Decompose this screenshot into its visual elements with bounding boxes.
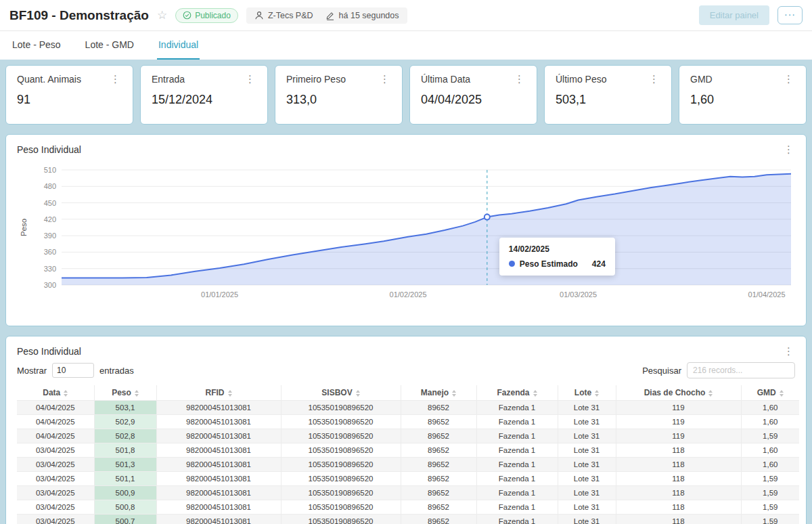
kpi-card: Quant. Animais⋮91 xyxy=(5,65,133,125)
tooltip-series-label: Peso Estimado xyxy=(520,259,578,269)
kpi-title: Primeiro Peso xyxy=(286,74,346,85)
table-cell: Lote 31 xyxy=(558,443,616,458)
table-cell: Lote 31 xyxy=(558,486,616,500)
svg-text:510: 510 xyxy=(44,166,56,174)
peso-cell: 501,8 xyxy=(94,443,156,458)
weights-table: DataPesoRFIDSISBOVManejoFazendaLoteDias … xyxy=(17,385,799,524)
table-row: 03/04/2025500,89820004510130811053501908… xyxy=(17,500,799,515)
sort-icon xyxy=(135,390,139,397)
peso-cell: 500,7 xyxy=(94,515,156,524)
table-cell: 1,60 xyxy=(741,458,799,472)
kpi-kebab-menu-icon[interactable]: ⋮ xyxy=(513,74,526,84)
show-entries-label: Mostrar xyxy=(17,366,47,376)
table-cell: 03/04/2025 xyxy=(17,472,94,486)
peso-cell: 502,8 xyxy=(94,429,156,443)
kpi-kebab-menu-icon[interactable]: ⋮ xyxy=(378,74,391,84)
more-actions-button[interactable]: ··· xyxy=(777,6,803,24)
table-cell: 982000451013081 xyxy=(156,458,281,472)
table-cell: 105350190896520 xyxy=(281,515,401,524)
edit-panel-button[interactable]: Editar painel xyxy=(699,5,769,25)
table-cell: 89652 xyxy=(401,415,476,429)
weight-area-chart[interactable]: 300330360390420450480510Peso01/01/202501… xyxy=(17,163,795,305)
table-cell: 105350190896520 xyxy=(281,500,401,515)
table-cell: Lote 31 xyxy=(558,500,616,515)
table-cell: 1,59 xyxy=(741,486,799,500)
table-cell: Lote 31 xyxy=(558,415,616,429)
table-cell: 89652 xyxy=(401,401,476,415)
column-header-fazenda[interactable]: Fazenda xyxy=(476,385,558,401)
table-cell: Fazenda 1 xyxy=(476,429,558,443)
table-cell: 89652 xyxy=(401,458,476,472)
tab-individual[interactable]: Individual xyxy=(157,31,200,60)
column-header-peso[interactable]: Peso xyxy=(94,385,156,401)
tab-lote-gmd[interactable]: Lote - GMD xyxy=(84,31,135,60)
kpi-card: GMD⋮1,60 xyxy=(679,65,807,125)
table-cell: 03/04/2025 xyxy=(17,486,94,500)
kpi-title: Quant. Animais xyxy=(17,74,81,85)
table-cell: 1,60 xyxy=(741,415,799,429)
svg-text:01/02/2025: 01/02/2025 xyxy=(390,290,427,299)
chart-kebab-menu-icon[interactable]: ⋮ xyxy=(782,144,795,154)
table-cell: Lote 31 xyxy=(558,458,616,472)
kpi-kebab-menu-icon[interactable]: ⋮ xyxy=(782,74,795,84)
column-header-sisbov[interactable]: SISBOV xyxy=(281,385,401,401)
table-cell: 1,59 xyxy=(741,472,799,486)
peso-cell: 502,9 xyxy=(94,415,156,429)
tab-lote-peso[interactable]: Lote - Peso xyxy=(11,31,62,60)
column-header-data[interactable]: Data xyxy=(17,385,94,401)
svg-text:01/04/2025: 01/04/2025 xyxy=(748,290,786,299)
kpi-row: Quant. Animais⋮91Entrada⋮15/12/2024Prime… xyxy=(5,65,807,125)
table-cell: 1,59 xyxy=(741,515,799,524)
last-edited-item[interactable]: há 15 segundos xyxy=(325,11,399,20)
kpi-card: Primeiro Peso⋮313,0 xyxy=(275,65,403,125)
table-cell: 119 xyxy=(616,429,741,443)
chart-panel-head: Peso Individual ⋮ xyxy=(17,144,795,155)
svg-text:Peso: Peso xyxy=(20,219,28,236)
table-cell: Lote 31 xyxy=(558,401,616,415)
table-cell: 119 xyxy=(616,415,741,429)
column-header-manejo[interactable]: Manejo xyxy=(401,385,476,401)
last-edited-label: há 15 segundos xyxy=(339,11,399,20)
column-header-lote[interactable]: Lote xyxy=(558,385,616,401)
table-cell: 982000451013081 xyxy=(156,401,281,415)
table-row: 04/04/2025502,89820004510130811053501908… xyxy=(17,429,799,443)
search-input[interactable] xyxy=(687,362,795,378)
table-cell: 982000451013081 xyxy=(156,415,281,429)
table-cell: Fazenda 1 xyxy=(476,500,558,515)
svg-text:480: 480 xyxy=(44,182,56,190)
sort-icon xyxy=(780,390,784,397)
svg-text:01/01/2025: 01/01/2025 xyxy=(201,290,238,299)
kpi-value: 04/04/2025 xyxy=(421,93,526,107)
svg-text:01/03/2025: 01/03/2025 xyxy=(560,290,597,299)
entries-count-input[interactable] xyxy=(52,363,94,378)
table-cell: 1,59 xyxy=(741,429,799,443)
table-cell: 118 xyxy=(616,500,741,515)
kpi-value: 15/12/2024 xyxy=(152,93,256,107)
sort-icon xyxy=(595,390,599,397)
table-cell: 89652 xyxy=(401,472,476,486)
table-cell: 03/04/2025 xyxy=(17,500,94,515)
favorite-star-icon[interactable]: ☆ xyxy=(157,9,167,21)
table-cell: Fazenda 1 xyxy=(476,458,558,472)
column-header-dias-de-chocho[interactable]: Dias de Chocho xyxy=(616,385,741,401)
chart-tooltip: 14/02/2025 Peso Estimado 424 xyxy=(499,238,615,276)
kpi-kebab-menu-icon[interactable]: ⋮ xyxy=(109,74,122,84)
table-cell: 89652 xyxy=(401,429,476,443)
kpi-kebab-menu-icon[interactable]: ⋮ xyxy=(648,74,660,84)
svg-text:420: 420 xyxy=(44,215,56,223)
kpi-card: Último Peso⋮503,1 xyxy=(544,65,672,125)
chart-svg[interactable]: 300330360390420450480510Peso01/01/202501… xyxy=(17,163,796,305)
owner-item[interactable]: Z-Tecs P&D xyxy=(254,11,313,20)
kpi-kebab-menu-icon[interactable]: ⋮ xyxy=(244,74,256,84)
peso-cell: 500,9 xyxy=(94,486,156,500)
status-badge: Publicado xyxy=(175,8,238,23)
column-header-gmd[interactable]: GMD xyxy=(741,385,799,401)
peso-cell: 501,1 xyxy=(94,472,156,486)
column-header-rfid[interactable]: RFID xyxy=(156,385,281,401)
table-cell: 03/04/2025 xyxy=(17,458,94,472)
table-cell: 118 xyxy=(616,472,741,486)
table-cell: 04/04/2025 xyxy=(17,401,94,415)
table-kebab-menu-icon[interactable]: ⋮ xyxy=(782,346,795,356)
entries-suffix-label: entradas xyxy=(99,366,134,376)
table-cell: 1,60 xyxy=(741,401,799,415)
